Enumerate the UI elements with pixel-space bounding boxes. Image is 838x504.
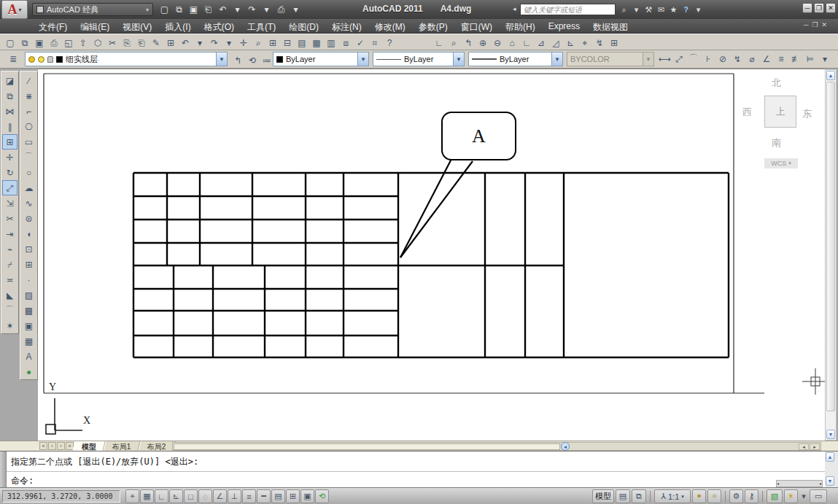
copy-icon[interactable]: ⧉ — [2, 88, 18, 104]
erase-icon[interactable]: ◪ — [2, 73, 18, 88]
cut-icon[interactable]: ✂ — [105, 36, 120, 50]
chamfer-icon[interactable]: ◣ — [2, 287, 18, 303]
radius-dimension-icon[interactable]: ⊘ — [715, 52, 730, 66]
annotation-scale-button[interactable]: ⅄ 1:1 ▾ — [654, 489, 691, 503]
lineweight-toggle[interactable]: ━ — [257, 489, 271, 503]
extend-icon[interactable]: ⇥ — [2, 226, 18, 241]
ellipse-icon[interactable]: ⊜ — [21, 211, 36, 226]
qat-redo-icon[interactable]: ↷ — [245, 2, 259, 17]
canvas-horizontal-scrollbar[interactable]: ◂ ◂ ▸ — [172, 442, 821, 451]
ucs-zaxis-icon[interactable]: ↯ — [592, 36, 607, 50]
menu-item-12[interactable]: 帮助(H) — [499, 19, 542, 34]
menu-item-2[interactable]: 编辑(E) — [74, 19, 116, 34]
annotation-monitor-toggle[interactable]: ⟲ — [315, 489, 329, 503]
qat-save-icon[interactable]: ▣ — [187, 2, 201, 17]
ucs-world-icon[interactable]: ∟ — [519, 36, 534, 50]
menu-item-10[interactable]: 参数(P) — [412, 19, 454, 34]
rotate-icon[interactable]: ↻ — [2, 165, 18, 180]
object-isolate-button[interactable]: ☀ — [784, 489, 798, 503]
menu-item-7[interactable]: 绘图(D) — [282, 19, 325, 34]
help-dropdown-icon[interactable]: ▾ — [693, 3, 704, 16]
continue-dimension-icon[interactable]: ⊨ — [803, 52, 818, 66]
redo-dropdown-icon[interactable]: ▾ — [222, 36, 236, 50]
qat-undo-dropdown-icon[interactable]: ▾ — [230, 2, 244, 17]
otrack-toggle[interactable]: ∠ — [213, 489, 227, 503]
region-icon[interactable]: ▣ — [21, 318, 36, 333]
polyline-icon[interactable]: ⌐ — [21, 104, 36, 119]
command-scroll-right-icon[interactable]: ▸ — [820, 481, 822, 486]
array-icon[interactable]: ⊞ — [2, 134, 18, 150]
ordinate-dimension-icon[interactable]: ⊦ — [701, 52, 715, 66]
help-question-icon[interactable]: ? — [382, 36, 397, 50]
viewcube-top-face[interactable]: 上 — [764, 96, 796, 128]
tab-prev-button[interactable]: ‹ — [48, 442, 56, 450]
search-dropdown-icon[interactable]: ▾ — [631, 3, 642, 16]
scroll-left-icon[interactable]: ◂ — [799, 443, 809, 450]
pan-icon[interactable]: ✛ — [236, 36, 251, 50]
ucs-previous-icon[interactable]: ↰ — [461, 36, 476, 50]
paste-icon[interactable]: ⎗ — [134, 36, 149, 50]
viewcube-east-label[interactable]: 东 — [802, 107, 812, 120]
doc-restore-button[interactable]: ❐ — [812, 21, 818, 28]
draw-order-icon[interactable]: ● — [21, 364, 36, 379]
menu-item-14[interactable]: 数据视图 — [586, 19, 635, 34]
tab-layout2[interactable]: 布局2 — [138, 441, 175, 451]
make-block-icon[interactable]: ⊞ — [21, 257, 36, 272]
zoom-extents-icon[interactable]: ⌂ — [505, 36, 519, 50]
sheetset-manager-icon[interactable]: ⧈ — [338, 36, 353, 50]
markup-manager-icon[interactable]: ✓ — [353, 36, 368, 50]
command-window-grip[interactable] — [0, 451, 7, 488]
insert-block-icon[interactable]: ⊡ — [21, 241, 36, 257]
search-icon[interactable]: ⌕ — [618, 3, 629, 16]
communication-center-icon[interactable]: ✉ — [656, 3, 667, 16]
linetype-dropdown[interactable]: ByLayer ▼ — [373, 52, 465, 66]
search-input[interactable] — [521, 4, 615, 15]
ucs-origin-icon[interactable]: ⌖ — [578, 36, 592, 50]
infocenter-collapse-icon[interactable]: ◂ — [513, 5, 516, 12]
viewcube-south-label[interactable]: 南 — [772, 136, 781, 150]
explode-icon[interactable]: ✶ — [2, 318, 18, 333]
grid-toggle[interactable]: ▦ — [140, 489, 154, 503]
construction-line-icon[interactable]: ⋇ — [21, 88, 36, 104]
point-icon[interactable]: ∙ — [21, 272, 36, 287]
wcs-dropdown[interactable]: WCS ▾ — [764, 158, 798, 168]
scroll-down-icon[interactable]: ▼ — [826, 430, 835, 439]
command-horizontal-scrollbar[interactable]: ◂ ▸ — [776, 480, 823, 487]
linear-dimension-icon[interactable]: ⟷ — [657, 52, 672, 66]
qat-new-icon[interactable]: ▢ — [158, 2, 171, 17]
break-icon[interactable]: ⌿ — [2, 257, 18, 272]
join-icon[interactable]: ≍ — [2, 272, 18, 287]
spline-icon[interactable]: ∿ — [21, 195, 36, 211]
menu-item-9[interactable]: 修改(M) — [368, 19, 412, 34]
zoom-in-icon[interactable]: ⊕ — [476, 36, 490, 50]
zoom-window-icon[interactable]: ⊞ — [265, 36, 280, 50]
polygon-icon[interactable]: ⎔ — [21, 119, 36, 134]
quick-dimension-icon[interactable]: ≡ — [774, 52, 788, 66]
color-dropdown[interactable]: ByLayer ▼ — [273, 52, 369, 66]
command-scroll-down-icon[interactable]: ▼ — [826, 476, 834, 486]
favorites-star-icon[interactable]: ★ — [668, 3, 679, 16]
doc-close-button[interactable]: ✕ — [821, 21, 827, 28]
dyn-toggle[interactable]: ≡ — [242, 489, 256, 503]
3ddwf-icon[interactable]: ⬡ — [90, 36, 105, 50]
ellipse-arc-icon[interactable]: ◖ — [21, 226, 36, 241]
clean-screen-button[interactable]: ▭ — [810, 489, 827, 503]
menu-item-6[interactable]: 工具(T) — [241, 19, 282, 34]
move-icon[interactable]: ✛ — [2, 150, 18, 165]
table-icon[interactable]: ▦ — [21, 333, 36, 349]
canvas-vertical-scrollbar[interactable]: ▲ ▼ — [825, 69, 837, 441]
command-input-line[interactable]: 命令: — [7, 472, 825, 488]
menu-item-5[interactable]: 格式(O) — [198, 19, 241, 34]
make-object-layer-current-icon[interactable]: ↰ — [230, 54, 245, 68]
circle-icon[interactable]: ○ — [21, 165, 36, 180]
polar-toggle[interactable]: ⊾ — [169, 489, 183, 503]
menu-item-13[interactable]: Express — [542, 19, 586, 34]
workspace-dropdown[interactable]: AutoCAD 经典 ▾ — [32, 3, 153, 16]
qat-undo-icon[interactable]: ↶ — [216, 2, 230, 17]
zoom-object-icon[interactable]: ⌕ — [446, 36, 461, 50]
ucs-object-icon[interactable]: ⊿ — [534, 36, 548, 50]
undo-dropdown-icon[interactable]: ▾ — [193, 36, 207, 50]
snap-toggle[interactable]: ⌖ — [125, 489, 139, 503]
minimize-button[interactable]: ─ — [802, 3, 812, 13]
scroll-left-button[interactable]: ◂ — [561, 442, 570, 451]
